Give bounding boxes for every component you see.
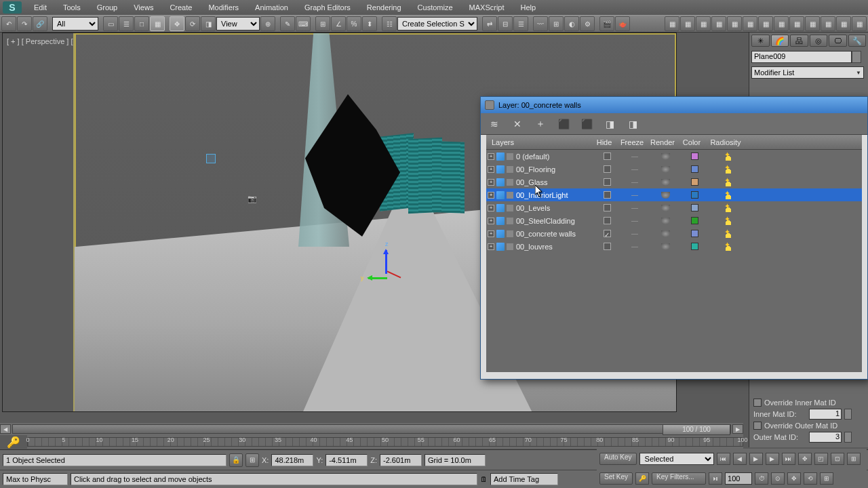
layer-render-toggle[interactable] (650, 179, 681, 186)
layer-name[interactable]: 00_concrete walls (516, 230, 594, 238)
layer-render-toggle[interactable] (650, 230, 681, 237)
layer-color-swatch[interactable] (681, 230, 708, 237)
time-slider[interactable]: ◀ 100 / 100 ▶ (0, 423, 743, 435)
time-slider-track[interactable]: 100 / 100 (12, 424, 731, 434)
layer-radiosity-toggle[interactable] (708, 243, 749, 251)
layer-freeze-toggle[interactable]: — (620, 204, 650, 211)
layer-hide-toggle[interactable] (594, 178, 620, 186)
layer-radiosity-toggle[interactable] (708, 204, 749, 212)
object-color-swatch[interactable] (852, 51, 861, 63)
tb-icon-k[interactable]: ▦ (836, 16, 851, 31)
menu-modifiers[interactable]: Modifiers (200, 0, 247, 15)
undo-icon[interactable]: ↶ (1, 16, 16, 31)
menu-views[interactable]: Views (125, 0, 161, 15)
layer-freeze-toggle[interactable]: — (620, 191, 650, 199)
layer-name[interactable]: 00_SteelCladding (516, 217, 594, 225)
nav-5-icon[interactable]: ⊙ (771, 472, 785, 485)
menu-graph-editors[interactable]: Graph Editors (296, 0, 359, 15)
layer-hide-toggle[interactable] (594, 230, 620, 237)
layer-color-swatch[interactable] (681, 165, 708, 173)
modify-tab-icon[interactable]: 🌈 (771, 35, 789, 47)
hide-unhide-icon[interactable]: ◨ (603, 117, 616, 131)
layer-row[interactable]: +00_concrete walls— (486, 227, 862, 240)
menu-group[interactable]: Group (89, 0, 126, 15)
app-icon[interactable]: S (3, 1, 22, 14)
col-render[interactable]: Render (647, 138, 678, 146)
layer-radiosity-toggle[interactable] (708, 217, 749, 225)
goto-end-icon[interactable]: ⏭ (782, 453, 795, 465)
highlight-icon[interactable]: ⬛ (580, 117, 593, 131)
layer-freeze-toggle[interactable]: — (620, 178, 650, 186)
nav-7-icon[interactable]: ⟲ (804, 472, 817, 485)
display-tab-icon[interactable]: 🖵 (829, 35, 847, 47)
menu-create[interactable]: Create (161, 0, 200, 15)
key-mode-icon[interactable]: 🔑 (635, 472, 649, 485)
curve-editor-icon[interactable]: 〰 (533, 16, 548, 31)
layer-name[interactable]: 0 (default) (516, 152, 594, 161)
layer-freeze-toggle[interactable]: — (620, 230, 650, 237)
tb-icon-b[interactable]: ▦ (696, 16, 711, 31)
time-slider-knob[interactable]: 100 / 100 (663, 424, 730, 435)
scale-icon[interactable]: ◨ (201, 16, 216, 31)
ruler-track[interactable]: 0510152025303540455055606570758085909510… (27, 437, 743, 447)
select-objects-icon[interactable]: ⬛ (557, 117, 570, 131)
override-outer-checkbox[interactable] (753, 422, 762, 430)
render-frame-icon[interactable]: 🎬 (599, 16, 614, 31)
layer-row[interactable]: +00_InteriorLight— (486, 188, 862, 201)
menu-animation[interactable]: Animation (247, 0, 296, 15)
motion-tab-icon[interactable]: ◎ (810, 35, 828, 47)
tb-icon-f[interactable]: ▦ (758, 16, 773, 31)
link-icon[interactable]: 🔗 (33, 16, 47, 31)
layer-row[interactable]: +00_SteelCladding— (486, 214, 862, 227)
layer-name[interactable]: 00_Flooring (516, 165, 594, 174)
layer-radiosity-toggle[interactable] (708, 165, 749, 174)
tb-icon-g[interactable]: ▦ (774, 16, 789, 31)
tb-icon-d[interactable]: ▦ (727, 16, 742, 31)
window-crossing-icon[interactable]: ▦ (150, 16, 165, 31)
move-icon[interactable]: ✥ (170, 16, 184, 31)
layer-row[interactable]: +00_Flooring— (486, 163, 862, 176)
layer-hide-toggle[interactable] (594, 191, 620, 199)
layer-color-swatch[interactable] (681, 217, 708, 224)
add-to-layer-icon[interactable]: ＋ (534, 117, 547, 131)
tb-icon-c[interactable]: ▦ (711, 16, 726, 31)
menu-customize[interactable]: Customize (410, 0, 461, 15)
menu-maxscript[interactable]: MAXScript (461, 0, 513, 15)
layer-render-toggle[interactable] (650, 153, 681, 160)
rotate-icon[interactable]: ⟳ (185, 16, 200, 31)
menu-help[interactable]: Help (513, 0, 545, 15)
named-sel-icon[interactable]: ☷ (382, 16, 397, 31)
layer-radiosity-toggle[interactable] (708, 152, 749, 161)
layer-hide-toggle[interactable] (594, 165, 620, 173)
inner-mat-id-spinner-buttons[interactable] (844, 409, 852, 420)
tb-icon-e[interactable]: ▦ (743, 16, 757, 31)
time-slider-prev[interactable]: ◀ (0, 424, 11, 434)
expand-icon[interactable]: + (488, 153, 494, 160)
named-selection-dropdown[interactable]: Create Selection Se (397, 17, 477, 30)
expand-icon[interactable]: + (488, 179, 494, 186)
new-layer-icon[interactable]: ≋ (488, 117, 501, 131)
layer-hide-toggle[interactable] (594, 217, 620, 224)
time-ruler[interactable]: 🔑 05101520253035404550556065707580859095… (27, 435, 743, 449)
layer-hide-toggle[interactable] (594, 204, 620, 211)
col-radiosity[interactable]: Radiosity (705, 138, 746, 146)
nav-3-icon[interactable]: ⊡ (831, 453, 844, 465)
spinner-snap-icon[interactable]: ⬍ (362, 16, 377, 31)
delete-layer-icon[interactable]: ✕ (511, 117, 524, 131)
object-name-input[interactable]: Plane009 (751, 51, 852, 63)
expand-icon[interactable]: + (488, 192, 494, 199)
y-coord-input[interactable]: -4.511m (326, 454, 368, 466)
layer-freeze-toggle[interactable]: — (620, 152, 650, 160)
layer-render-toggle[interactable] (650, 192, 681, 199)
x-coord-input[interactable]: 48.218m (271, 454, 313, 466)
nav-6-icon[interactable]: ✥ (787, 472, 801, 485)
time-tag-icon[interactable]: 🗓 (480, 475, 488, 483)
layer-name[interactable]: 00_Glass (516, 178, 594, 186)
keyboard-icon[interactable]: ⌨ (296, 16, 311, 31)
key-step-icon[interactable]: ⏯ (709, 472, 722, 485)
col-freeze[interactable]: Freeze (617, 138, 647, 146)
tb-icon-h[interactable]: ▦ (789, 16, 804, 31)
expand-icon[interactable]: + (488, 218, 494, 224)
freeze-unfreeze-icon[interactable]: ◨ (626, 117, 639, 131)
col-hide[interactable]: Hide (591, 138, 617, 146)
